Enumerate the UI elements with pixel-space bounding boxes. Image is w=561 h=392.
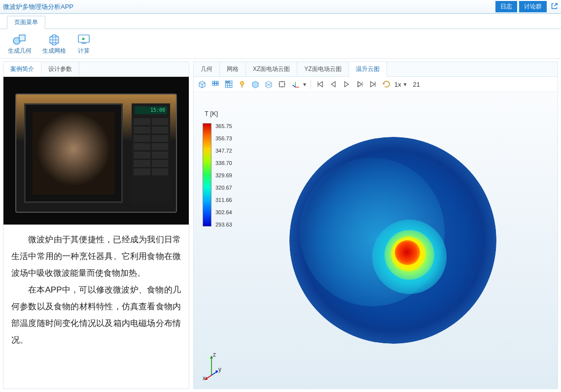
svg-text:x: x	[203, 375, 206, 381]
view-toolbar: ▼ 1x▼ 21	[194, 77, 558, 92]
temperature-plot	[289, 137, 496, 344]
legend-label: 302.64	[215, 209, 232, 215]
zoom-extents-icon[interactable]	[277, 79, 287, 90]
table-icon[interactable]	[223, 79, 234, 90]
svg-text:z: z	[213, 352, 216, 358]
transparency-icon[interactable]	[250, 79, 261, 90]
grid-icon[interactable]	[210, 79, 221, 90]
gen-mesh-label: 生成网格	[42, 47, 66, 55]
wireframe-icon[interactable]	[263, 79, 274, 90]
3d-viewport[interactable]: T [K] 365.75 356.73 347.72 338.70 329.69…	[194, 92, 558, 389]
svg-point-10	[226, 81, 227, 82]
svg-rect-13	[280, 82, 285, 87]
right-tabbar: 几何 网格 XZ面电场云图 YZ面电场云图 温升云图	[194, 62, 558, 77]
right-panel: 几何 网格 XZ面电场云图 YZ面电场云图 温升云图 ▼	[193, 62, 558, 389]
left-panel: 案例简介 设计参数 15:00	[3, 62, 189, 389]
legend-label: 293.63	[215, 222, 232, 228]
play-icon[interactable]	[341, 79, 352, 90]
tab-geometry[interactable]: 几何	[194, 62, 220, 76]
svg-rect-3	[212, 81, 214, 83]
light-icon[interactable]	[237, 79, 247, 90]
svg-rect-1	[19, 35, 25, 41]
colorbar	[203, 123, 211, 227]
mesh-icon	[47, 33, 61, 46]
svg-rect-6	[212, 84, 214, 86]
discuss-button[interactable]: 讨论群	[519, 1, 547, 12]
legend-label: 365.75	[215, 123, 232, 129]
last-frame-icon[interactable]	[368, 79, 379, 90]
tab-temp-rise[interactable]: 温升云图	[349, 62, 387, 77]
log-button[interactable]: 日志	[495, 1, 517, 12]
svg-text:y: y	[218, 366, 221, 373]
gen-mesh-button[interactable]: 生成网格	[41, 32, 67, 56]
svg-point-12	[240, 81, 244, 85]
legend-label: 356.73	[215, 135, 232, 141]
compute-button[interactable]: 计算	[76, 32, 92, 56]
loop-icon[interactable]	[381, 79, 392, 90]
legend-label: 311.66	[215, 197, 232, 203]
menubar: 页面菜单	[0, 14, 561, 29]
app-title: 微波炉多物理场分析APP	[3, 2, 493, 11]
header-bar: 微波炉多物理场分析APP 日志 讨论群	[0, 0, 561, 14]
color-legend: T [K] 365.75 356.73 347.72 338.70 329.69…	[203, 110, 232, 228]
tab-xz-field[interactable]: XZ面电场云图	[246, 62, 297, 76]
legend-label: 338.70	[215, 160, 232, 166]
tab-page-menu[interactable]: 页面菜单	[7, 16, 45, 29]
tab-mesh[interactable]: 网格	[220, 62, 246, 76]
svg-rect-4	[215, 81, 217, 83]
case-intro-content: 15:00 微波炉由于其便捷性，已经成为我们日常生活中常用的一种烹饪器具。它利用…	[3, 77, 189, 389]
gen-geometry-button[interactable]: 生成几何	[7, 32, 33, 56]
prev-frame-icon[interactable]	[328, 79, 339, 90]
legend-labels: 365.75 356.73 347.72 338.70 329.69 320.6…	[215, 123, 232, 228]
compute-label: 计算	[78, 47, 90, 55]
case-paragraph-2: 在本APP中，可以修改微波炉、食物的几何参数以及食物的材料特性，仿真查看食物内部…	[11, 282, 181, 349]
legend-label: 329.69	[215, 172, 232, 178]
tab-case-intro[interactable]: 案例简介	[3, 62, 41, 77]
legend-title: T [K]	[205, 110, 232, 117]
svg-rect-8	[217, 84, 218, 86]
svg-rect-5	[217, 81, 218, 83]
box-view-icon[interactable]	[197, 79, 208, 90]
next-frame-icon[interactable]	[354, 79, 365, 90]
legend-label: 347.72	[215, 148, 232, 154]
ribbon: 生成几何 生成网格 计算	[0, 29, 561, 59]
frame-number: 21	[413, 81, 420, 88]
popout-icon[interactable]	[551, 2, 558, 11]
case-description: 微波炉由于其便捷性，已经成为我们日常生活中常用的一种烹饪器具。它利用食物在微波场…	[3, 225, 189, 356]
microwave-photo: 15:00	[3, 77, 189, 225]
tab-yz-field[interactable]: YZ面电场云图	[297, 62, 349, 76]
microwave-display: 15:00	[135, 106, 167, 114]
axis-triad: z y x	[201, 352, 230, 383]
first-frame-icon[interactable]	[315, 79, 325, 90]
svg-point-11	[228, 81, 229, 82]
dropdown-icon[interactable]: ▼	[302, 82, 307, 87]
axis-triad-icon[interactable]	[290, 79, 301, 90]
tab-design-params[interactable]: 设计参数	[41, 62, 79, 76]
speed-dropdown-icon[interactable]: ▼	[403, 82, 408, 87]
left-tabbar: 案例简介 设计参数	[3, 62, 189, 77]
compute-icon	[77, 33, 91, 46]
case-paragraph-1: 微波炉由于其便捷性，已经成为我们日常生活中常用的一种烹饪器具。它利用食物在微波场…	[11, 231, 181, 282]
svg-rect-7	[215, 84, 217, 86]
gen-geometry-label: 生成几何	[8, 47, 32, 55]
playback-speed[interactable]: 1x	[394, 81, 401, 88]
legend-label: 320.67	[215, 185, 232, 191]
geometry-icon	[13, 33, 27, 46]
